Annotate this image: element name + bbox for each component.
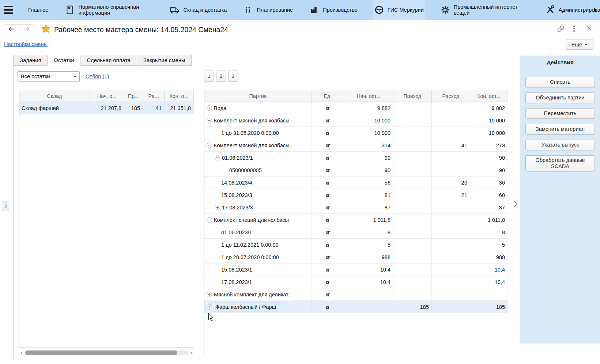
collapse-minus-icon[interactable] [215,155,220,160]
column-header[interactable]: Нач. о... [90,90,124,102]
tab-2[interactable]: Сдельная оплата [80,55,137,66]
collapse-minus-icon[interactable] [207,118,212,123]
left-panel-collapse-handle[interactable] [2,201,9,211]
table-row[interactable]: 01.06.2023/1кг88 [204,226,508,239]
end-balance-cell: 87 [470,201,508,214]
batch-name-cell: Вода [204,102,312,114]
combo-dropdown-button[interactable] [70,72,79,81]
table-row[interactable]: 15.08.2023/3кг812160 [204,189,508,201]
panel-splitter[interactable] [202,68,202,356]
scrollbar-thumb[interactable] [25,350,177,355]
tab-3[interactable]: Закрытие смены [137,55,192,66]
nav-item-label: Главное [28,7,48,13]
start-balance-cell: 10,4 [344,276,393,288]
nav-item-4[interactable]: Производство [308,0,359,20]
kebab-menu-icon[interactable] [573,26,575,33]
unit-cell: кг [312,164,344,177]
batch-name-cell: 14.08.2023/4 [204,177,312,189]
expand-plus-icon[interactable] [215,205,220,210]
column-header[interactable]: Приход [393,90,432,102]
expand-plus-icon[interactable] [207,292,212,297]
batch-name: 15.08.2023/1 [221,267,252,273]
expense-cell [432,201,470,214]
page-button-3[interactable]: 3 [228,71,238,81]
shift-settings-link[interactable]: Настройки смены [4,41,48,47]
expand-plus-icon[interactable] [207,105,212,111]
table-row[interactable]: 17.08.2023/1кг10,410,4 [204,276,508,288]
nav-item-5[interactable]: ГИС Меркурий [373,0,425,20]
nav-item-6[interactable]: Промышленный интернет вещей [439,0,530,20]
collapse-minus-icon[interactable] [207,143,212,148]
stock-filter-select[interactable]: Все остатки [18,71,80,82]
start-balance-cell: 10,4 [344,263,393,276]
table-row[interactable]: Водакг9 8829 882 [204,102,508,114]
column-header[interactable]: Кон. о... [165,90,194,102]
table-row[interactable]: 01.06.2023/1кг9090 [204,152,508,164]
table-row[interactable]: Фарш колбасный / Фаршкг185185 [204,301,508,313]
column-header[interactable]: Партия [204,90,312,102]
table-row[interactable]: 1 до 31.05.2020 0:00:00кг10 00010 000 [204,127,508,139]
end-balance-cell: 273 [470,139,508,152]
nav-item-label: Нормативно-справочная информация [78,4,153,16]
nav-item-2[interactable]: Склад и доставка [168,0,228,20]
back-button[interactable] [4,24,19,35]
favorite-star-icon[interactable] [41,24,51,34]
column-header[interactable]: Ра... [143,90,165,102]
nav-item-0[interactable]: Главное [27,0,50,20]
table-row[interactable]: 1 до 11.02.2021 0:00:00кг-5-5 [204,239,508,251]
table-row[interactable]: Мясной комплект для деликат...кг [204,288,508,301]
column-header[interactable]: Пр... [124,90,143,102]
action-button-4[interactable]: Указать выпуск [525,140,595,150]
collapse-minus-icon[interactable] [207,217,212,223]
tab-1[interactable]: Остатки [48,55,80,66]
expense-cell [432,239,470,251]
table-row[interactable]: 15.08.2023/1кг10,410,4 [204,263,508,276]
expense-cell [432,226,470,239]
action-button-3[interactable]: Заменить материал [525,124,595,134]
column-header[interactable]: Кон. ост... [470,90,508,102]
chevron-right-icon [4,204,7,209]
filter-link[interactable]: Отбор (1) [86,73,109,79]
column-header[interactable]: Склад [19,90,90,102]
more-button[interactable]: Еще [566,39,593,50]
page-button-1[interactable]: 1 [204,71,214,81]
start-balance-cell: 90 [344,152,393,164]
table-row[interactable]: Комплект специй для колбасыкг1 011,81 01… [204,214,508,226]
actions-panel-collapse-handle[interactable] [513,200,518,208]
column-header[interactable]: Ед. [312,90,344,102]
action-button-5[interactable]: Обработать данные SCADA [525,155,595,171]
action-button-2[interactable]: Переместить [525,108,595,119]
nav-item-3[interactable]: Планирование [242,0,294,20]
table-row[interactable]: 05000000005кг9090 [204,164,508,177]
expand-plus-icon[interactable] [207,304,212,310]
expense-cell [432,214,470,226]
expense-cell [432,164,470,177]
link-icon[interactable] [557,25,565,34]
batch-name-cell: 1 до 11.02.2021 0:00:00 [204,239,312,251]
tab-0[interactable]: Задания [13,55,48,66]
table-row[interactable]: 14.08.2023/4кг562036 [204,177,508,189]
action-button-0[interactable]: Списать [525,77,595,87]
scrollbar-track[interactable] [25,350,188,355]
close-icon[interactable] [586,26,592,33]
income-cell [393,177,432,189]
batch-name: Вода [214,105,226,111]
action-button-1[interactable]: Объединить партии [525,92,595,103]
table-row[interactable]: 17.08.2023/3кг8787 [204,201,508,214]
column-header[interactable]: Нач. ост... [344,90,393,102]
hamburger-icon[interactable] [4,6,13,14]
nav-overflow-arrow-icon[interactable] [594,8,597,12]
table-row[interactable]: Комплект мясной для колбасыкг10 00010 00… [204,114,508,127]
table-row[interactable]: 1 до 28.07.2020 0:00:00кг988988 [204,251,508,263]
table-row[interactable]: Склад фаршей21 207,81854121 351,8 [19,102,194,114]
start-balance-cell: 87 [344,201,393,214]
column-header[interactable]: Расход [432,90,470,102]
forward-button[interactable] [19,24,34,35]
start-balance-cell: 988 [344,251,393,263]
page-button-2[interactable]: 2 [216,71,226,81]
nav-item-7[interactable]: Администрирование [544,0,600,20]
scroll-left-arrow-icon[interactable] [19,351,23,355]
table-row[interactable]: Комплект мясной для колбасы...кг31441273 [204,139,508,152]
nav-item-1[interactable]: Нормативно-справочная информация [63,0,155,20]
scroll-right-arrow-icon[interactable] [190,351,194,355]
